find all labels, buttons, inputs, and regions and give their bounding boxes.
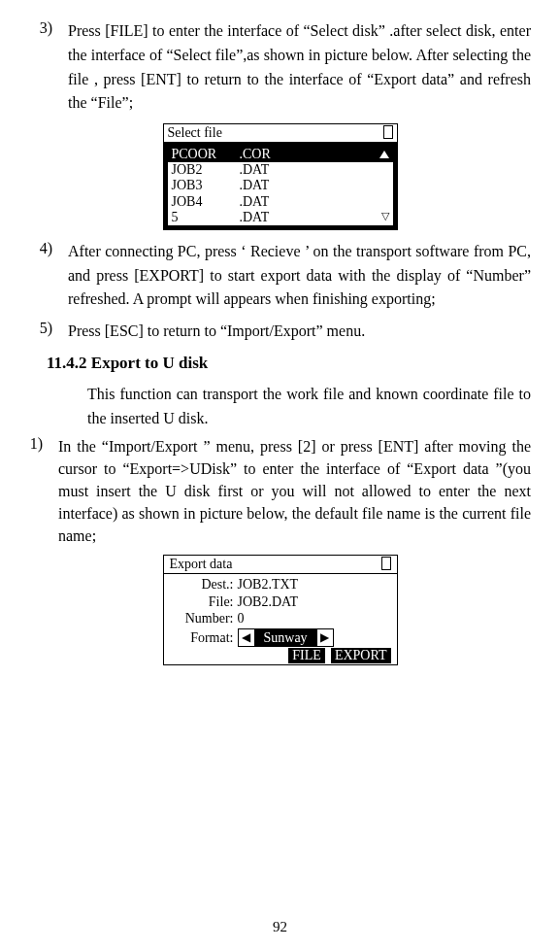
file-ext: .DAT bbox=[240, 210, 376, 225]
file-ext: .DAT bbox=[240, 194, 376, 210]
number-row: Number: 0 bbox=[170, 610, 391, 627]
select-file-title: Select file bbox=[168, 125, 222, 141]
number-label: Number: bbox=[170, 610, 238, 627]
file-row[interactable]: JOB2 .DAT bbox=[168, 162, 393, 178]
file-ext: .DAT bbox=[240, 162, 376, 178]
select-file-box: Select file PCOOR .COR JOB2 .DAT JOB3 .D… bbox=[163, 123, 398, 230]
select-file-figure: Select file PCOOR .COR JOB2 .DAT JOB3 .D… bbox=[29, 123, 531, 230]
format-label: Format: bbox=[170, 629, 238, 647]
step-1b: 1) In the “Import/Export ” menu, press [… bbox=[29, 435, 531, 548]
select-file-titlebar: Select file bbox=[164, 124, 397, 143]
number-value: 0 bbox=[238, 610, 391, 627]
file-row: File: JOB2.DAT bbox=[170, 593, 391, 611]
step-4-text: After connecting PC, press ‘ Recieve ’ o… bbox=[68, 240, 531, 312]
export-button[interactable]: EXPORT bbox=[331, 648, 391, 663]
file-name: JOB3 bbox=[172, 178, 240, 193]
format-value: Sunway bbox=[254, 629, 317, 647]
format-selector[interactable]: ◀ Sunway ▶ bbox=[238, 628, 334, 648]
scroll-up-icon bbox=[376, 147, 389, 162]
file-label: File: bbox=[170, 593, 238, 611]
step-1b-text: In the “Import/Export ” menu, press [2] … bbox=[58, 435, 531, 548]
section-intro: This function can transport the work fil… bbox=[87, 383, 531, 431]
battery-icon bbox=[381, 557, 391, 570]
format-row: Format: ◀ Sunway ▶ bbox=[170, 628, 391, 648]
dest-row: Dest.: JOB2.TXT bbox=[170, 576, 391, 593]
file-ext: .DAT bbox=[240, 178, 376, 193]
export-data-figure: Export data Dest.: JOB2.TXT File: JOB2.D… bbox=[29, 555, 531, 665]
file-row-selected[interactable]: PCOOR .COR bbox=[168, 147, 393, 162]
step-5-marker: 5) bbox=[29, 320, 68, 344]
format-next-icon[interactable]: ▶ bbox=[317, 630, 333, 645]
step-3-text: Press [FILE] to enter the interface of “… bbox=[68, 19, 531, 116]
file-value: JOB2.DAT bbox=[238, 593, 391, 611]
section-heading: 11.4.2 Export to U disk bbox=[47, 354, 531, 373]
file-row[interactable]: 5 .DAT ▽ bbox=[168, 210, 393, 225]
battery-icon bbox=[383, 125, 393, 139]
file-name: JOB4 bbox=[172, 194, 240, 210]
format-prev-icon[interactable]: ◀ bbox=[239, 630, 254, 645]
file-row[interactable]: JOB3 .DAT bbox=[168, 178, 393, 193]
step-5-text: Press [ESC] to return to “Import/Export”… bbox=[68, 320, 531, 344]
file-name: PCOOR bbox=[172, 147, 240, 162]
export-data-box: Export data Dest.: JOB2.TXT File: JOB2.D… bbox=[163, 555, 398, 665]
dest-label: Dest.: bbox=[170, 576, 238, 593]
export-data-title: Export data bbox=[170, 557, 233, 572]
step-5: 5) Press [ESC] to return to “Import/Expo… bbox=[29, 320, 531, 344]
export-data-titlebar: Export data bbox=[164, 556, 397, 574]
file-name: JOB2 bbox=[172, 162, 240, 178]
scroll-down-icon: ▽ bbox=[376, 210, 389, 225]
step-1b-marker: 1) bbox=[29, 435, 58, 548]
step-3: 3) Press [FILE] to enter the interface o… bbox=[29, 19, 531, 116]
select-file-list: PCOOR .COR JOB2 .DAT JOB3 .DAT JOB4 .DAT bbox=[164, 143, 397, 228]
export-footer: FILE EXPORT bbox=[170, 647, 391, 664]
file-name: 5 bbox=[172, 210, 240, 225]
dest-value: JOB2.TXT bbox=[238, 576, 391, 593]
page-number: 92 bbox=[0, 919, 560, 935]
step-4-marker: 4) bbox=[29, 240, 68, 312]
file-button[interactable]: FILE bbox=[288, 648, 325, 663]
file-ext: .COR bbox=[240, 147, 376, 162]
file-row[interactable]: JOB4 .DAT bbox=[168, 194, 393, 210]
export-data-body: Dest.: JOB2.TXT File: JOB2.DAT Number: 0… bbox=[164, 574, 397, 664]
step-3-marker: 3) bbox=[29, 19, 68, 116]
page: 3) Press [FILE] to enter the interface o… bbox=[0, 0, 560, 949]
step-4: 4) After connecting PC, press ‘ Recieve … bbox=[29, 240, 531, 312]
